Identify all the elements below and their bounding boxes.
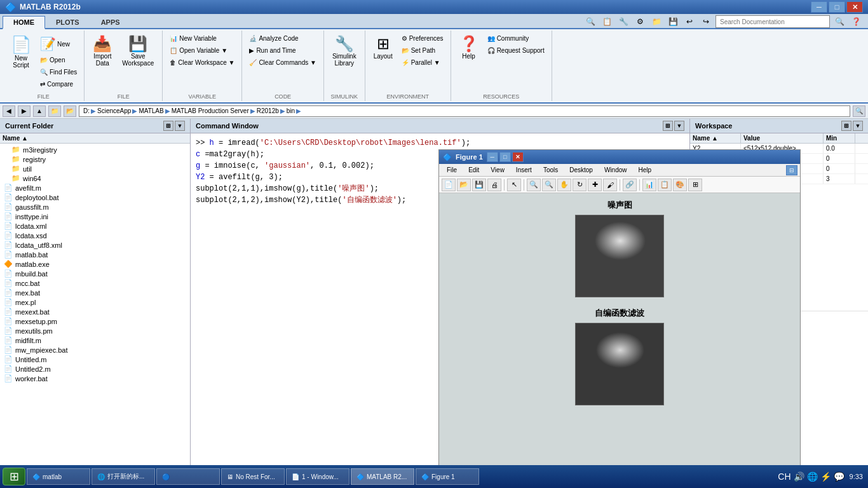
tray-network[interactable]: 🌐 [807,471,818,482]
fig-zoom-in-btn[interactable]: 🔍 [527,179,541,191]
taskbar-item-matlab-r2[interactable]: 🔷 MATLAB R2... [351,468,414,485]
list-item[interactable]: 📁 registry [1,154,189,164]
fig-save-btn[interactable]: 💾 [472,179,486,191]
list-item[interactable]: 📄 mex.bat [1,288,189,297]
layout-button[interactable]: ⊞ Layout [369,32,397,63]
quick-access-7[interactable]: ↩ [682,15,696,28]
analyze-code-button[interactable]: 🔬 Analyze Code [246,33,319,44]
taskbar-item-nrf[interactable]: 🖥 No Rest For... [221,468,285,485]
simulink-library-button[interactable]: 🔧 SimulinkLibrary [328,32,361,70]
figure-menu-help[interactable]: Help [634,165,657,175]
figure-minimize[interactable]: ─ [487,152,498,162]
search-button[interactable]: 🔍 [832,15,846,28]
fig-new-btn[interactable]: 📄 [442,179,456,191]
taskbar-item-figure[interactable]: 🔷 Figure 1 [416,468,479,485]
fig-print-btn[interactable]: 🖨 [487,179,501,191]
cmd-options[interactable]: ▼ [674,121,684,131]
tray-notify[interactable]: 💬 [834,471,844,482]
list-item[interactable]: 📄 mexutils.pm [1,326,189,336]
figure-menu-file[interactable]: File [442,165,462,175]
forward-button[interactable]: ▶ [18,105,31,117]
search-path-button[interactable]: 🔍 [853,105,865,117]
taskbar-item-window[interactable]: 📄 1 - Window... [286,468,349,485]
close-button[interactable]: ✕ [846,1,863,13]
fig-plottools-btn[interactable]: 📊 [642,179,656,191]
parallel-button[interactable]: ⚡ Parallel ▼ [398,57,447,68]
figure-restore[interactable]: □ [499,152,511,162]
list-item[interactable]: 📄 Untitled.m [1,355,189,364]
up-button[interactable]: ▲ [33,105,46,117]
fig-datacursor-btn[interactable]: ✚ [588,179,602,191]
list-item[interactable]: 📁 util [1,164,189,173]
list-item[interactable]: 📄 midfilt.m [1,336,189,345]
figure-menu-insert[interactable]: Insert [511,165,537,175]
new-script-button[interactable]: 📄 New Script [6,32,36,72]
ws-maximize[interactable]: ⊞ [841,121,851,131]
set-path-button[interactable]: 📂 Set Path [398,45,447,56]
list-item[interactable]: 📄 mcc.bat [1,278,189,288]
list-item[interactable]: 📄 mexsetup.pm [1,316,189,326]
tray-ch[interactable]: CH [778,471,790,482]
fig-link-btn[interactable]: 🔗 [623,179,637,191]
community-button[interactable]: 👥 Community [484,33,548,44]
maximize-button[interactable]: □ [829,1,845,13]
ws-options[interactable]: ▼ [853,121,863,131]
list-item[interactable]: 🔶 matlab.exe [1,259,189,269]
fig-cursor-btn[interactable]: ↖ [507,179,521,191]
list-item[interactable]: 📄 lcdata.xsd [1,231,189,240]
tray-power[interactable]: ⚡ [820,471,831,482]
list-item[interactable]: 📄 worker.bat [1,374,189,383]
fig-pan-btn[interactable]: ✋ [557,179,571,191]
list-item[interactable]: 📄 mw_mpiexec.bat [1,345,189,355]
list-item[interactable]: 📄 lcdata.xml [1,221,189,231]
open-button[interactable]: 📂 Open [37,55,80,65]
compare-button[interactable]: ⇄ Compare [37,79,80,90]
figure-close[interactable]: ✕ [512,152,524,162]
folder2-btn[interactable]: 📂 [64,105,76,117]
list-item[interactable]: 📄 avefilt.m [1,183,189,193]
quick-access-3[interactable]: 🔧 [616,15,630,28]
fig-brush-btn[interactable]: 🖌 [603,179,617,191]
clear-commands-button[interactable]: 🧹 Clear Commands ▼ [246,57,319,68]
help-button[interactable]: ❓ Help [455,32,483,63]
list-item[interactable]: 📄 mex.pl [1,297,189,307]
new-button[interactable]: 📝 New [37,34,80,53]
quick-access-2[interactable]: 📋 [600,15,614,28]
list-item[interactable]: 📄 insttype.ini [1,212,189,221]
cmd-maximize[interactable]: ⊞ [663,121,673,131]
quick-access-5[interactable]: 📁 [649,15,663,28]
search-documentation-input[interactable] [715,15,830,28]
tab-apps[interactable]: APPS [90,16,131,28]
fig-legend-btn[interactable]: 📋 [658,179,672,191]
start-button[interactable]: ⊞ [3,468,25,485]
folder-panel-maximize[interactable]: ⊞ [163,121,173,131]
quick-access-6[interactable]: 💾 [666,15,680,28]
import-data-button[interactable]: 📥 ImportData [88,32,116,70]
tray-sound[interactable]: 🔊 [794,471,804,482]
figure-dock[interactable]: ⊟ [786,165,797,175]
list-item[interactable]: 📄 mbuild.bat [1,269,189,278]
save-workspace-button[interactable]: 💾 SaveWorkspace [118,32,158,70]
folder-icon-btn[interactable]: 📁 [48,105,61,117]
quick-access-4[interactable]: ⚙ [633,15,647,28]
list-item[interactable]: 📄 deploytool.bat [1,193,189,202]
fig-open-btn[interactable]: 📂 [457,179,471,191]
taskbar-item-matlab[interactable]: 🔷 matlab [27,468,90,485]
find-files-button[interactable]: 🔍 Find Files [37,67,80,78]
clear-workspace-button[interactable]: 🗑 Clear Workspace ▼ [166,57,238,68]
fig-colorbar-btn[interactable]: 🎨 [673,179,687,191]
minimize-button[interactable]: ─ [811,1,827,13]
fig-zoom-out-btn[interactable]: 🔍 [542,179,556,191]
new-variable-button[interactable]: 📊 New Variable [166,33,238,44]
fig-rotate-btn[interactable]: ↻ [573,179,587,191]
taskbar-item-browser[interactable]: 🌐 打开新的标... [92,468,155,485]
list-item[interactable]: 📄 mexext.bat [1,307,189,316]
list-item[interactable]: 📄 lcdata_utf8.xml [1,240,189,250]
run-and-time-button[interactable]: ▶ Run and Time [246,45,319,56]
request-support-button[interactable]: 🎧 Request Support [484,45,548,56]
quick-access-8[interactable]: ↪ [699,15,713,28]
list-item[interactable]: 📄 gaussfilt.m [1,202,189,212]
list-item[interactable]: 📄 Untitled2.m [1,364,189,374]
figure-menu-window[interactable]: Window [599,165,632,175]
list-item[interactable]: 📁 m3iregistry [1,145,189,154]
